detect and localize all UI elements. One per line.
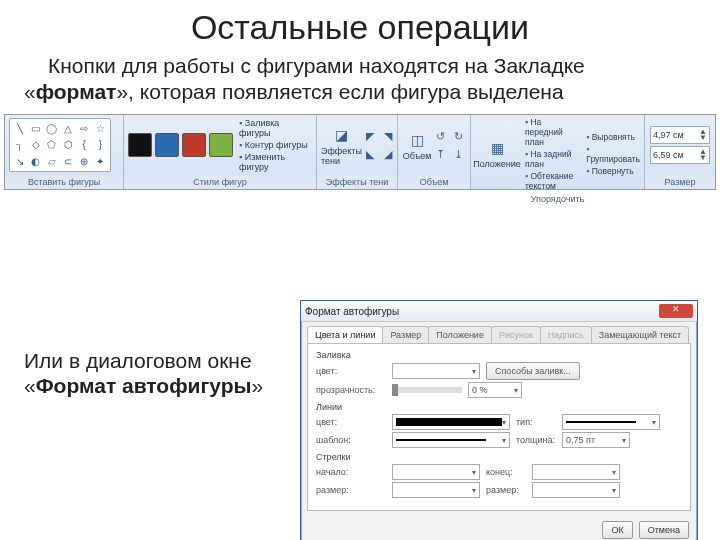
- group-label: Вставить фигуры: [5, 176, 123, 189]
- label-end: конец:: [486, 467, 526, 477]
- shape-icon[interactable]: ◇: [28, 137, 43, 152]
- value: 0 %: [472, 385, 488, 395]
- shape-icon[interactable]: △: [61, 121, 76, 136]
- section-label: Стрелки: [316, 452, 682, 462]
- shape-icon[interactable]: ↘: [12, 154, 27, 169]
- chevron-down-icon: ▾: [612, 486, 616, 495]
- fill-methods-button[interactable]: Способы заливк...: [486, 362, 580, 380]
- tab-size[interactable]: Размер: [382, 326, 429, 343]
- tab-textbox[interactable]: Надпись: [540, 326, 592, 343]
- shape-icon[interactable]: ✦: [93, 154, 108, 169]
- spinner-arrows[interactable]: ▲▼: [699, 129, 707, 141]
- spinner-icon: ▾: [622, 436, 626, 445]
- fill-color-select[interactable]: ▾: [392, 363, 480, 379]
- ribbon-group-insert: ╲▭◯△⇨☆ ┐◇⬠⬡{} ↘◐▱⊂⊕✦ Вставить фигуры: [5, 115, 124, 189]
- shape-icon[interactable]: ⊂: [61, 154, 76, 169]
- width-spinner[interactable]: 6,59 см▲▼: [650, 146, 710, 164]
- shape-icon[interactable]: ⬡: [61, 137, 76, 152]
- thickness-value[interactable]: 0,75 пт▾: [562, 432, 630, 448]
- dialog-titlebar: Формат автофигуры: [301, 301, 697, 322]
- nudge-icon[interactable]: ◢: [380, 146, 396, 162]
- shadow-nudge[interactable]: ◤◥ ◣◢: [362, 128, 396, 162]
- volume-nudge[interactable]: ↺↻ ⤒⤓: [432, 128, 466, 162]
- rotate-btn[interactable]: Повернуть: [586, 166, 640, 176]
- shape-icon[interactable]: ╲: [12, 121, 27, 136]
- dialog-buttons: ОК Отмена: [301, 517, 697, 540]
- arrow-end-select[interactable]: ▾: [532, 464, 620, 480]
- paragraph-2: Или в диалоговом окне «Формат автофигуры…: [24, 348, 284, 398]
- label-transparency: прозрачность:: [316, 385, 386, 395]
- nudge-icon[interactable]: ↻: [450, 128, 466, 144]
- position-icon: ▦: [487, 138, 507, 158]
- shape-gallery[interactable]: ╲▭◯△⇨☆ ┐◇⬠⬡{} ↘◐▱⊂⊕✦: [9, 118, 111, 172]
- tab-alttext[interactable]: Замещающий текст: [591, 326, 689, 343]
- btn-label: Положение: [473, 159, 521, 169]
- cube-icon: ◫: [407, 130, 427, 150]
- cancel-button[interactable]: Отмена: [639, 521, 689, 539]
- tab-colors-lines[interactable]: Цвета и линии: [307, 326, 383, 343]
- shape-icon[interactable]: ▭: [28, 121, 43, 136]
- line-template-select[interactable]: ▾: [392, 432, 510, 448]
- line-color-select[interactable]: ▾: [392, 414, 510, 430]
- nudge-icon[interactable]: ◤: [362, 128, 378, 144]
- arrow-start-select[interactable]: ▾: [392, 464, 480, 480]
- position-btn[interactable]: ▦ Положение: [475, 138, 519, 169]
- change-btn[interactable]: Изменить фигуру: [239, 152, 312, 172]
- front-btn[interactable]: На передний план: [525, 117, 580, 147]
- group-label: Стили фигур: [124, 176, 316, 189]
- transparency-slider[interactable]: [392, 387, 462, 393]
- ok-button[interactable]: ОК: [602, 521, 632, 539]
- section-label: Линии: [316, 402, 682, 412]
- arrow-end-size[interactable]: ▾: [532, 482, 620, 498]
- volume-btn[interactable]: ◫ Объем: [402, 130, 432, 161]
- arrow-start-size[interactable]: ▾: [392, 482, 480, 498]
- shape-icon[interactable]: ⊕: [77, 154, 92, 169]
- nudge-icon[interactable]: ◣: [362, 146, 378, 162]
- tab-position[interactable]: Положение: [428, 326, 492, 343]
- label-end-size: размер:: [486, 485, 526, 495]
- shape-icon[interactable]: }: [93, 137, 108, 152]
- close-icon[interactable]: [659, 304, 693, 318]
- swatch[interactable]: [155, 133, 179, 157]
- fill-btn[interactable]: Заливка фигуры: [239, 118, 312, 138]
- nudge-icon[interactable]: ⤓: [450, 146, 466, 162]
- dialog-tabs: Цвета и линии Размер Положение Рисунок Н…: [301, 322, 697, 343]
- chevron-down-icon: ▾: [502, 418, 506, 427]
- paragraph-1: Кнопки для работы с фигурами находятся н…: [24, 53, 690, 106]
- swatch[interactable]: [209, 133, 233, 157]
- align-btn[interactable]: Выровнять: [586, 132, 640, 142]
- tab-picture[interactable]: Рисунок: [491, 326, 541, 343]
- line-type-select[interactable]: ▾: [562, 414, 660, 430]
- shape-icon[interactable]: {: [77, 137, 92, 152]
- height-spinner[interactable]: 4,97 см▲▼: [650, 126, 710, 144]
- back-btn[interactable]: На задний план: [525, 149, 580, 169]
- group-label: Размер: [645, 176, 715, 189]
- shape-icon[interactable]: ◐: [28, 154, 43, 169]
- spinner-arrows[interactable]: ▲▼: [699, 149, 707, 161]
- swatch[interactable]: [182, 133, 206, 157]
- group-btn[interactable]: Группировать: [586, 144, 640, 164]
- shape-icon[interactable]: ┐: [12, 137, 27, 152]
- btn-label: Эффекты тени: [321, 146, 362, 166]
- label-start: начало:: [316, 467, 386, 477]
- shape-icon[interactable]: ⇨: [77, 121, 92, 136]
- shape-icon[interactable]: ◯: [44, 121, 59, 136]
- label-thickness: толщина:: [516, 435, 556, 445]
- shape-icon[interactable]: ⬠: [44, 137, 59, 152]
- shadow-effects-btn[interactable]: ◪ Эффекты тени: [321, 125, 362, 166]
- style-swatches[interactable]: [128, 133, 233, 157]
- nudge-icon[interactable]: ↺: [432, 128, 448, 144]
- swatch[interactable]: [128, 133, 152, 157]
- dialog-title: Формат автофигуры: [305, 306, 399, 317]
- shape-icon[interactable]: ▱: [44, 154, 59, 169]
- outline-btn[interactable]: Контур фигуры: [239, 140, 312, 150]
- wrap-btn[interactable]: Обтекание текстом: [525, 171, 580, 191]
- section-label: Заливка: [316, 350, 682, 360]
- chevron-down-icon: ▾: [472, 468, 476, 477]
- nudge-icon[interactable]: ⤒: [432, 146, 448, 162]
- ribbon-group-volume: ◫ Объем ↺↻ ⤒⤓ Объем: [398, 115, 471, 189]
- shape-icon[interactable]: ☆: [93, 121, 108, 136]
- nudge-icon[interactable]: ◥: [380, 128, 396, 144]
- chevron-down-icon: ▾: [652, 418, 656, 427]
- transparency-value[interactable]: 0 %▾: [468, 382, 522, 398]
